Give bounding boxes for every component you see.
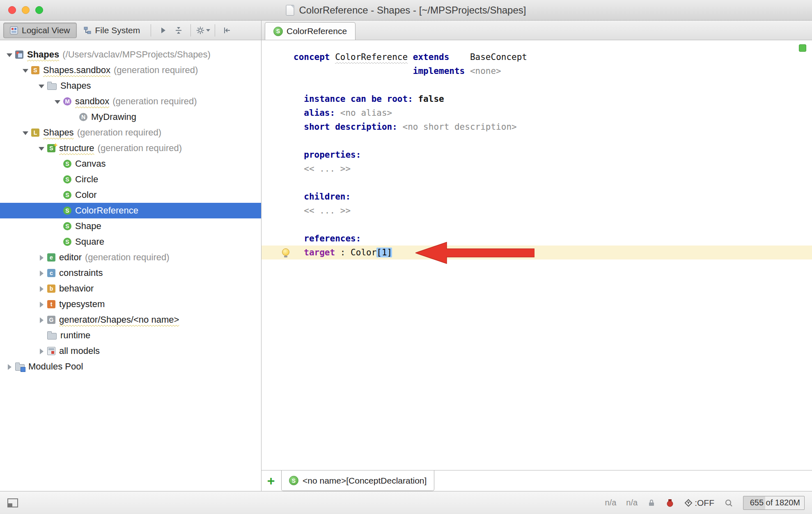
tree-item-editor[interactable]: eeditor(generation required) <box>0 250 261 265</box>
expand-arrow-open[interactable] <box>21 66 30 74</box>
zoom-button[interactable] <box>35 6 43 14</box>
tree-item-square[interactable]: SSquare <box>0 234 261 250</box>
tree-item-generator-shapes-no-name[interactable]: Ggenerator/Shapes/<no name> <box>0 312 261 328</box>
tree-item-circle[interactable]: SCircle <box>0 172 261 187</box>
tree-item-sandbox[interactable]: Msandbox(generation required) <box>0 94 261 109</box>
concept-icon: S <box>63 222 71 230</box>
concept-icon: S <box>63 160 71 168</box>
tree-item-modules-pool[interactable]: Modules Pool <box>0 359 261 374</box>
code-line[interactable] <box>261 134 812 148</box>
code-line[interactable]: short description: <no short description… <box>261 120 812 134</box>
tree-item-behavior[interactable]: bbehavior <box>0 281 261 296</box>
root-node-tab[interactable]: S <no name>[ConceptDeclaration] <box>281 470 434 491</box>
tree-item-label: ColorReference <box>75 205 138 216</box>
tree-item-all-models[interactable]: all models <box>0 343 261 359</box>
tree-item-shapes[interactable]: Shapes <box>0 78 261 94</box>
code-token: short description: <box>304 122 397 132</box>
code-line-highlighted[interactable]: target : Color[1] <box>261 246 812 259</box>
constraints-aspect-icon: c <box>47 269 55 277</box>
code-token: extends <box>413 52 450 62</box>
hector-highlighting-icon[interactable] <box>665 498 674 507</box>
tree-item-label: Shapes <box>43 127 74 138</box>
code-line[interactable] <box>261 218 812 232</box>
intention-bulb-icon[interactable] <box>282 248 289 256</box>
document-icon <box>286 5 294 16</box>
editor-aspect-icon: e <box>47 253 55 262</box>
code-token: false <box>418 94 444 104</box>
all-models-icon <box>47 347 55 355</box>
magnifier-icon[interactable] <box>724 498 733 507</box>
editor-panel[interactable]: concept ColorReference extends BaseConce… <box>261 40 812 470</box>
code-token: alias: <box>304 108 335 118</box>
expand-arrow-closed[interactable] <box>5 363 14 371</box>
expand-arrow-open[interactable] <box>37 82 46 90</box>
code-line[interactable]: properties: <box>261 148 812 162</box>
expand-arrow-open[interactable] <box>53 97 62 106</box>
tree-item-shapes[interactable]: Shapes(/Users/vaclav/MPSProjects/Shapes) <box>0 47 261 62</box>
code-line[interactable]: implements <none> <box>261 64 812 78</box>
expand-node-button[interactable] <box>155 23 171 38</box>
settings-button[interactable] <box>195 23 211 38</box>
editor-tab-label: ColorReference <box>287 26 347 36</box>
main-area: Shapes(/Users/vaclav/MPSProjects/Shapes)… <box>0 40 812 491</box>
tab-logical-view-label: Logical View <box>22 25 70 35</box>
diamond-icon <box>684 499 693 507</box>
tree-item-shapes[interactable]: LShapes(generation required) <box>0 125 261 140</box>
code-line[interactable]: references: <box>261 232 812 246</box>
expand-arrow-closed[interactable] <box>37 285 46 293</box>
expand-arrow-closed[interactable] <box>37 316 46 324</box>
tree-item-color[interactable]: SColor <box>0 187 261 203</box>
lock-icon[interactable] <box>647 499 656 507</box>
expand-arrow-spacer <box>37 331 46 340</box>
expand-arrow-spacer <box>69 113 78 121</box>
tree-item-shape[interactable]: SShape <box>0 218 261 234</box>
tree-item-runtime[interactable]: runtime <box>0 328 261 343</box>
tree-item-constraints[interactable]: cconstraints <box>0 265 261 281</box>
tab-logical-view[interactable]: Logical View <box>3 23 77 38</box>
folder-icon <box>47 83 57 90</box>
expand-arrow-open[interactable] <box>5 50 14 59</box>
expand-arrow-closed[interactable] <box>37 347 46 355</box>
code-line[interactable] <box>261 176 812 190</box>
concept-icon: S <box>273 27 283 36</box>
memory-indicator[interactable]: 655 of 1820M <box>743 496 805 510</box>
hide-panel-button[interactable] <box>219 23 235 38</box>
expand-arrow-spacer <box>53 191 62 199</box>
code-line[interactable]: concept ColorReference extends BaseConce… <box>261 50 812 64</box>
tree-item-shapes-sandbox[interactable]: SShapes.sandbox(generation required) <box>0 62 261 78</box>
code-line[interactable]: alias: <no alias> <box>261 106 812 120</box>
add-root-node-button[interactable]: + <box>261 470 280 491</box>
minimize-button[interactable] <box>22 6 30 14</box>
window-controls <box>8 0 43 20</box>
tree-item-colorreference[interactable]: SColorReference <box>0 203 261 218</box>
expand-arrow-closed[interactable] <box>37 269 46 277</box>
code-line[interactable]: << ... >> <box>261 162 812 176</box>
tree-item-typesystem[interactable]: ttypesystem <box>0 296 261 312</box>
expand-arrow-closed[interactable] <box>37 300 46 308</box>
expand-arrow-closed[interactable] <box>37 253 46 262</box>
tree-item-mydrawing[interactable]: NMyDrawing <box>0 109 261 125</box>
code-line[interactable] <box>261 78 812 92</box>
code-line[interactable]: children: <box>261 190 812 204</box>
code-line[interactable]: << ... >> <box>261 204 812 218</box>
editor-tab-colorreference[interactable]: S ColorReference <box>265 22 356 40</box>
collapse-all-button[interactable] <box>171 23 186 38</box>
tab-file-system[interactable]: File System <box>77 23 147 38</box>
code-token: references: <box>304 234 361 243</box>
code-token <box>397 122 403 132</box>
expand-arrow-open[interactable] <box>37 144 46 152</box>
code-line[interactable]: instance can be root: false <box>261 92 812 106</box>
tree-item-canvas[interactable]: SCanvas <box>0 156 261 172</box>
tree-item-structure[interactable]: Sstructure(generation required) <box>0 140 261 156</box>
tree-item-label: constraints <box>59 268 103 278</box>
toggle-panels-icon[interactable] <box>7 498 18 507</box>
solution-icon: S <box>31 66 39 74</box>
typesystem-indicator[interactable]: :OFF <box>684 498 714 508</box>
tree-item-label: sandbox <box>75 96 109 107</box>
tree-item-label: Shapes.sandbox <box>43 65 110 76</box>
code-token: properties: <box>304 150 361 160</box>
concept-icon: S <box>63 207 71 215</box>
close-button[interactable] <box>8 6 16 14</box>
expand-arrow-open[interactable] <box>21 128 30 137</box>
code-token: concept <box>294 52 335 62</box>
